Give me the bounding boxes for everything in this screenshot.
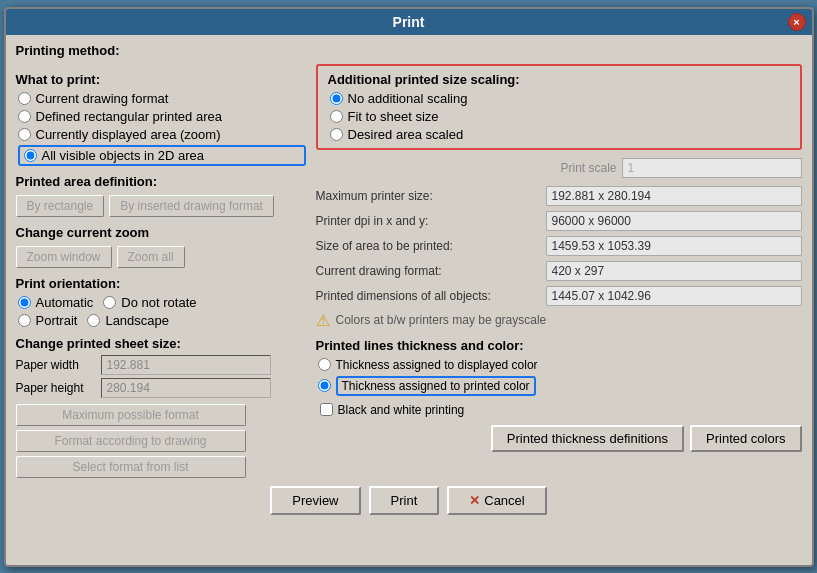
printed-dimensions-value — [546, 286, 802, 306]
radio-landscape[interactable]: Landscape — [87, 313, 169, 328]
cancel-label: Cancel — [484, 493, 524, 508]
zoom-window-button[interactable]: Zoom window — [16, 246, 112, 268]
change-zoom-label: Change current zoom — [16, 225, 306, 240]
by-drawing-format-button[interactable]: By inserted drawing format — [109, 195, 274, 217]
max-format-button[interactable]: Maximum possible format — [16, 404, 246, 426]
radio-thickness-display[interactable]: Thickness assigned to displayed color — [318, 358, 802, 372]
info-rows: Maximum printer size: Printer dpi in x a… — [316, 186, 802, 306]
paper-height-input[interactable] — [101, 378, 271, 398]
info-row-4: Printed dimensions of all objects: — [316, 286, 802, 306]
radio-fit-sheet[interactable]: Fit to sheet size — [330, 109, 790, 124]
print-button[interactable]: Print — [369, 486, 440, 515]
area-size-value — [546, 236, 802, 256]
radio-current-drawing[interactable]: Current drawing format — [18, 91, 306, 106]
max-printer-size-value — [546, 186, 802, 206]
sheet-buttons: Maximum possible format Format according… — [16, 404, 306, 478]
radio-no-scaling[interactable]: No additional scaling — [330, 91, 790, 106]
close-button[interactable]: × — [788, 13, 806, 31]
radio-automatic[interactable]: Automatic — [18, 295, 94, 310]
warning-row: ⚠ Colors at b/w printers may be grayscal… — [316, 311, 802, 330]
action-buttons-row: Printed thickness definitions Printed co… — [316, 425, 802, 452]
printed-lines-label: Printed lines thickness and color: — [316, 338, 802, 353]
thickness-section: Printed lines thickness and color: Thick… — [316, 338, 802, 417]
radio-current-zoom[interactable]: Currently displayed area (zoom) — [18, 127, 306, 142]
orientation-row1: Automatic Do not rotate — [18, 295, 306, 310]
cancel-button[interactable]: ✕ Cancel — [447, 486, 546, 515]
what-to-print-label: What to print: — [16, 72, 306, 87]
paper-width-input[interactable] — [101, 355, 271, 375]
scaling-options: No additional scaling Fit to sheet size … — [330, 91, 790, 142]
printed-colors-button[interactable]: Printed colors — [690, 425, 801, 452]
dialog-title: Print — [393, 14, 425, 30]
info-row-2: Size of area to be printed: — [316, 236, 802, 256]
info-row-1: Printer dpi in x and y: — [316, 211, 802, 231]
warning-icon: ⚠ — [316, 311, 330, 330]
title-bar: Print × — [6, 9, 812, 35]
zoom-all-button[interactable]: Zoom all — [117, 246, 185, 268]
print-scale-input[interactable] — [622, 158, 802, 178]
warning-text: Colors at b/w printers may be grayscale — [336, 313, 547, 327]
radio-all-visible[interactable]: All visible objects in 2D area — [18, 145, 306, 166]
printed-area-buttons: By rectangle By inserted drawing format — [16, 195, 306, 217]
left-panel: What to print: Current drawing format De… — [16, 64, 306, 478]
drawing-format-value — [546, 261, 802, 281]
by-rectangle-button[interactable]: By rectangle — [16, 195, 105, 217]
radio-defined-rect[interactable]: Defined rectangular printed area — [18, 109, 306, 124]
cancel-icon: ✕ — [469, 493, 480, 508]
preview-button[interactable]: Preview — [270, 486, 360, 515]
radio-portrait[interactable]: Portrait — [18, 313, 78, 328]
print-orientation-label: Print orientation: — [16, 276, 306, 291]
sheet-size-inputs: Paper width Paper height — [16, 355, 306, 398]
printer-dpi-value — [546, 211, 802, 231]
paper-height-row: Paper height — [16, 378, 306, 398]
radio-do-not-rotate[interactable]: Do not rotate — [103, 295, 196, 310]
paper-width-row: Paper width — [16, 355, 306, 375]
additional-scaling-label: Additional printed size scaling: — [328, 72, 790, 87]
select-format-button[interactable]: Select format from list — [16, 456, 246, 478]
print-dialog: Print × Printing method: What to print: … — [4, 7, 814, 567]
right-panel: Additional printed size scaling: No addi… — [316, 64, 802, 478]
paper-width-label: Paper width — [16, 358, 96, 372]
info-row-3: Current drawing format: — [316, 261, 802, 281]
print-scale-row: Print scale — [316, 158, 802, 178]
paper-height-label: Paper height — [16, 381, 96, 395]
printing-method-label: Printing method: — [16, 43, 802, 58]
format-drawing-button[interactable]: Format according to drawing — [16, 430, 246, 452]
thickness-definitions-button[interactable]: Printed thickness definitions — [491, 425, 684, 452]
thickness-print-label: Thickness assigned to printed color — [336, 376, 536, 396]
radio-desired-scaled[interactable]: Desired area scaled — [330, 127, 790, 142]
printed-area-label: Printed area definition: — [16, 174, 306, 189]
radio-thickness-print[interactable]: Thickness assigned to printed color — [318, 376, 802, 396]
sheet-size-label: Change printed sheet size: — [16, 336, 306, 351]
thickness-radio-group: Thickness assigned to displayed color Th… — [318, 358, 802, 417]
bw-printing-checkbox[interactable] — [320, 403, 333, 416]
orientation-row2: Portrait Landscape — [18, 313, 306, 328]
bottom-buttons: Preview Print ✕ Cancel — [16, 486, 802, 523]
additional-scaling-box: Additional printed size scaling: No addi… — [316, 64, 802, 150]
bw-printing-item[interactable]: Black and white printing — [320, 403, 802, 417]
info-row-0: Maximum printer size: — [316, 186, 802, 206]
what-to-print-group: Current drawing format Defined rectangul… — [18, 91, 306, 166]
print-scale-label: Print scale — [560, 161, 616, 175]
zoom-buttons: Zoom window Zoom all — [16, 246, 306, 268]
